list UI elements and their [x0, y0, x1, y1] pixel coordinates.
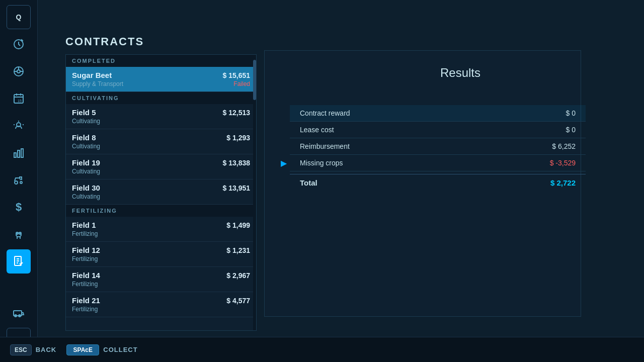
svg-rect-16 [18, 150, 20, 157]
result-label: Contract reward [300, 109, 350, 117]
result-value: $ 0 [566, 126, 576, 134]
results-table: Contract reward $ 0 Lease cost $ 0 Reimb… [290, 105, 586, 191]
contract-field-1[interactable]: Field 1 $ 1,499 Fertilizing [66, 217, 256, 242]
result-value: $ -3,529 [550, 159, 576, 167]
contract-field-8[interactable]: Field 8 $ 1,293 Cultivating [66, 129, 256, 154]
contract-amount: $ 1,499 [226, 221, 250, 229]
contract-amount: $ 4,577 [226, 297, 250, 305]
contracts-list[interactable]: COMPLETED Sugar Beet $ 15,651 Supply & T… [65, 54, 257, 331]
contract-field-5[interactable]: Field 5 $ 12,513 Cultivating [66, 104, 256, 129]
contract-sub: Cultivating [72, 143, 100, 150]
collect-label: COLLECT [103, 346, 137, 353]
contract-name: Field 5 [72, 108, 96, 117]
section-cultivating: CULTIVATING [66, 92, 256, 104]
svg-point-19 [20, 182, 22, 184]
results-panel: Results Contract reward $ 0 Lease cost $… [264, 50, 581, 317]
result-row-missing-crops: ▶ Missing crops $ -3,529 [290, 155, 586, 171]
time-icon[interactable] [7, 32, 31, 56]
contract-sub: Fertilizing [72, 281, 98, 288]
svg-point-18 [15, 181, 18, 184]
calendar-icon[interactable]: 15 [7, 86, 31, 111]
stats-icon[interactable] [7, 141, 31, 165]
svg-point-2 [17, 70, 20, 73]
contract-amount: $ 1,293 [226, 134, 250, 142]
contract-name: Field 21 [72, 296, 100, 305]
contract-sub: Supply & Transport [72, 80, 123, 87]
back-label: BACK [36, 346, 57, 353]
result-value: $ 6,252 [552, 142, 576, 150]
contract-amount: $ 13,838 [223, 159, 251, 167]
q-button[interactable]: Q [7, 5, 31, 29]
collect-button[interactable]: SPAcE COLLECT [66, 344, 137, 355]
weather-icon[interactable] [7, 114, 31, 138]
results-title: Results [440, 66, 480, 80]
contract-field-14[interactable]: Field 14 $ 2,967 Fertilizing [66, 267, 256, 292]
contract-name: Field 1 [72, 221, 96, 229]
result-value: $ 0 [566, 109, 576, 117]
contract-sugar-beet[interactable]: Sugar Beet $ 15,651 Supply & Transport F… [66, 67, 256, 92]
contract-sub: Cultivating [72, 118, 100, 125]
contract-sub: Fertilizing [72, 255, 98, 262]
svg-rect-15 [14, 153, 16, 157]
contracts-panel: CONTRACTS COMPLETED Sugar Beet $ 15,651 … [65, 35, 257, 332]
contract-field-21[interactable]: Field 21 $ 4,577 Fertilizing [66, 292, 256, 317]
contract-status: Failed [233, 80, 250, 87]
contract-sub: Cultivating [72, 168, 100, 175]
result-row-reimbursement: Reimbursement $ 6,252 [290, 138, 586, 155]
contract-sub: Fertilizing [72, 230, 98, 237]
result-row-lease-cost: Lease cost $ 0 [290, 122, 586, 138]
money-icon[interactable]: $ [7, 195, 31, 219]
esc-key: ESC [10, 344, 32, 355]
section-fertilizing: FERTILIZING [66, 205, 256, 217]
contract-field-19[interactable]: Field 19 $ 13,838 Cultivating [66, 154, 256, 179]
arrow-pointer-icon: ▶ [281, 158, 287, 168]
contract-name: Field 19 [72, 158, 100, 167]
result-row-total: Total $ 2,722 [290, 174, 586, 191]
result-label-total: Total [300, 178, 317, 187]
result-label: Missing crops [300, 159, 343, 167]
steering-icon[interactable] [7, 59, 31, 83]
tractor-icon[interactable] [7, 168, 31, 192]
result-value-total: $ 2,722 [550, 178, 576, 187]
contract-amount: $ 15,651 [223, 71, 251, 79]
back-button[interactable]: ESC BACK [10, 344, 56, 355]
contract-amount: $ 2,967 [226, 272, 250, 280]
svg-point-20 [16, 233, 21, 237]
contract-name: Field 14 [72, 271, 100, 280]
contract-field-12[interactable]: Field 12 $ 1,231 Fertilizing [66, 242, 256, 267]
animal-icon[interactable] [7, 222, 31, 246]
svg-text:15: 15 [18, 99, 22, 103]
scroll-thumb[interactable] [253, 60, 256, 100]
contract-name: Field 12 [72, 246, 100, 254]
contract-field-30[interactable]: Field 30 $ 13,951 Cultivating [66, 179, 256, 205]
result-label: Reimbursement [300, 142, 350, 150]
scrollbar[interactable] [253, 55, 256, 330]
contracts-sidebar-icon[interactable] [7, 249, 31, 274]
contract-amount: $ 13,951 [223, 184, 251, 192]
vehicle-icon[interactable] [7, 301, 31, 325]
contract-amount: $ 12,513 [223, 109, 251, 117]
svg-rect-17 [21, 149, 23, 157]
contract-name: Sugar Beet [72, 71, 112, 79]
bottom-bar: ESC BACK SPAcE COLLECT [0, 337, 644, 362]
contract-sub: Fertilizing [72, 306, 98, 313]
sidebar: Q 15 [0, 0, 38, 362]
contract-amount: $ 1,231 [226, 246, 250, 254]
contracts-title: CONTRACTS [65, 35, 257, 48]
space-key: SPAcE [66, 344, 99, 355]
contract-sub: Cultivating [72, 193, 100, 200]
result-row-contract-reward: Contract reward $ 0 [290, 105, 586, 122]
contract-name: Field 8 [72, 133, 96, 142]
result-label: Lease cost [300, 126, 334, 134]
contract-name: Field 30 [72, 184, 100, 192]
section-completed: COMPLETED [66, 55, 256, 67]
